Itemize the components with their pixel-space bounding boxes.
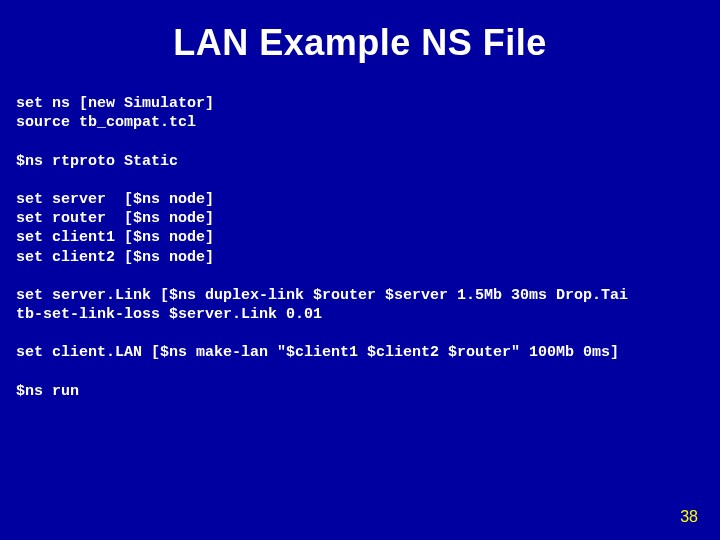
code-block: set ns [new Simulator] source tb_compat.… (0, 94, 720, 401)
code-line: set client2 [$ns node] (16, 249, 214, 266)
code-line: source tb_compat.tcl (16, 114, 196, 131)
code-line: set client1 [$ns node] (16, 229, 214, 246)
code-line: $ns rtproto Static (16, 153, 178, 170)
code-line: set ns [new Simulator] (16, 95, 214, 112)
slide: LAN Example NS File set ns [new Simulato… (0, 0, 720, 540)
code-line: set server [$ns node] (16, 191, 214, 208)
code-line: set server.Link [$ns duplex-link $router… (16, 287, 628, 304)
slide-title: LAN Example NS File (0, 0, 720, 94)
page-number: 38 (680, 508, 698, 526)
code-line: tb-set-link-loss $server.Link 0.01 (16, 306, 322, 323)
code-line: $ns run (16, 383, 79, 400)
code-line: set client.LAN [$ns make-lan "$client1 $… (16, 344, 619, 361)
code-line: set router [$ns node] (16, 210, 214, 227)
